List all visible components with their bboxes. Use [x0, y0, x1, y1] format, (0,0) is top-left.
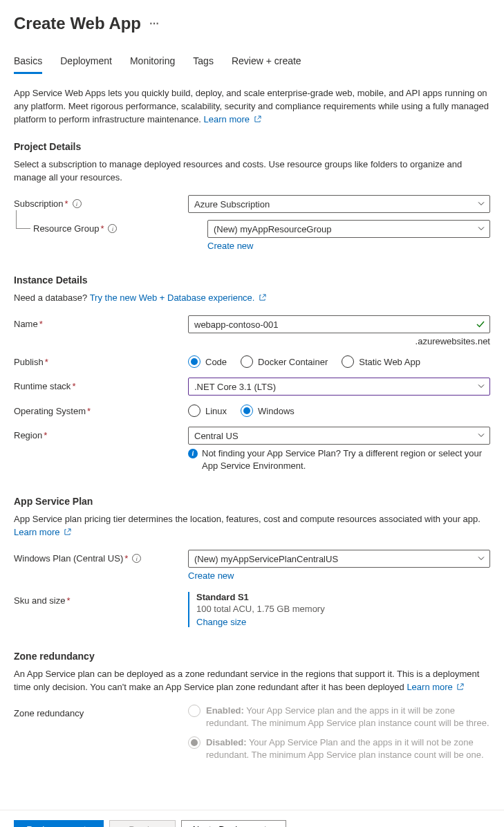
external-link-icon — [456, 683, 464, 691]
create-new-rg-link[interactable]: Create new — [207, 241, 253, 251]
project-details-heading: Project Details — [14, 141, 490, 152]
runtime-label: Runtime stack* — [14, 378, 188, 391]
zone-learn-more-link[interactable]: Learn more — [407, 682, 464, 692]
publish-code-radio[interactable]: Code — [188, 355, 227, 368]
tab-tags[interactable]: Tags — [193, 53, 214, 74]
app-service-plan-heading: App Service Plan — [14, 496, 490, 507]
more-actions-icon[interactable]: ⋯ — [149, 18, 160, 29]
previous-button: < Previous — [109, 820, 176, 827]
tab-review-create[interactable]: Review + create — [232, 53, 301, 74]
external-link-icon — [64, 528, 71, 536]
instance-details-heading: Instance Details — [14, 275, 490, 286]
os-label: Operating System* — [14, 402, 188, 416]
tabs: Basics Deployment Monitoring Tags Review… — [14, 53, 490, 74]
region-hint: i Not finding your App Service Plan? Try… — [188, 447, 490, 472]
tab-deployment[interactable]: Deployment — [60, 53, 112, 74]
subscription-select[interactable]: Azure Subscription — [188, 195, 490, 213]
zone-redundancy-heading: Zone redundancy — [14, 651, 490, 662]
instance-db-prompt: Need a database? Try the new Web + Datab… — [14, 291, 490, 304]
info-icon[interactable]: i — [73, 199, 82, 208]
windows-plan-label: Windows Plan (Central US)* i — [14, 550, 188, 564]
name-suffix: .azurewebsites.net — [188, 336, 490, 346]
zone-redundancy-desc: An App Service plan can be deployed as a… — [14, 667, 490, 694]
asp-learn-more-link[interactable]: Learn more — [14, 527, 71, 537]
footer: Review + create < Previous Next : Deploy… — [0, 810, 504, 827]
tab-monitoring[interactable]: Monitoring — [130, 53, 175, 74]
page-title-text: Create Web App — [14, 14, 141, 33]
os-windows-radio[interactable]: Windows — [241, 405, 295, 417]
tab-basics[interactable]: Basics — [14, 53, 42, 74]
windows-plan-select[interactable]: (New) myAppServicePlanCentralUS — [188, 550, 490, 568]
chevron-down-icon — [477, 382, 485, 390]
info-filled-icon: i — [188, 449, 198, 458]
external-link-icon — [254, 115, 261, 123]
resource-group-label: Resource Group* i — [33, 220, 207, 234]
chevron-down-icon — [477, 554, 485, 562]
chevron-down-icon — [477, 431, 485, 439]
publish-label: Publish* — [14, 353, 188, 367]
project-details-desc: Select a subscription to manage deployed… — [14, 158, 490, 184]
info-icon[interactable]: i — [132, 554, 141, 563]
external-link-icon — [259, 294, 266, 301]
change-size-link[interactable]: Change size — [196, 617, 246, 627]
review-create-button[interactable]: Review + create — [14, 820, 104, 827]
app-service-plan-desc: App Service plan pricing tier determines… — [14, 512, 490, 539]
zone-disabled-text: Disabled: Your App Service Plan and the … — [206, 736, 490, 761]
intro-text: App Service Web Apps lets you quickly bu… — [14, 86, 490, 126]
publish-static-radio[interactable]: Static Web App — [342, 355, 420, 368]
publish-docker-radio[interactable]: Docker Container — [241, 355, 328, 368]
create-new-plan-link[interactable]: Create new — [188, 570, 234, 581]
check-icon — [476, 319, 485, 329]
info-icon[interactable]: i — [108, 224, 117, 233]
chevron-down-icon — [477, 199, 485, 207]
zone-enabled-text: Enabled: Your App Service plan and the a… — [206, 705, 490, 730]
name-label: Name* — [14, 315, 188, 329]
name-input[interactable]: webapp-contoso-001 — [188, 315, 490, 333]
page-title: Create Web App ⋯ — [14, 14, 490, 33]
sku-tier: Standard S1 — [196, 592, 490, 602]
web-database-link[interactable]: Try the new Web + Database experience. — [90, 292, 266, 303]
subscription-label: Subscription* i — [14, 195, 188, 209]
zone-redundancy-label: Zone redundancy — [14, 705, 188, 718]
resource-group-select[interactable]: (New) myAppResourceGroup — [207, 220, 490, 238]
region-select[interactable]: Central US — [188, 427, 490, 445]
next-button[interactable]: Next : Deployment > — [181, 820, 286, 827]
region-label: Region* — [14, 427, 188, 440]
intro-learn-more-link[interactable]: Learn more — [204, 114, 261, 124]
sku-spec: 100 total ACU, 1.75 GB memory — [196, 604, 490, 614]
sku-label: Sku and size* — [14, 592, 188, 606]
os-linux-radio[interactable]: Linux — [188, 405, 227, 417]
sku-block: Standard S1 100 total ACU, 1.75 GB memor… — [188, 592, 490, 627]
zone-enabled-radio — [188, 705, 200, 717]
runtime-select[interactable]: .NET Core 3.1 (LTS) — [188, 378, 490, 396]
chevron-down-icon — [477, 224, 485, 232]
zone-disabled-radio — [188, 736, 200, 749]
